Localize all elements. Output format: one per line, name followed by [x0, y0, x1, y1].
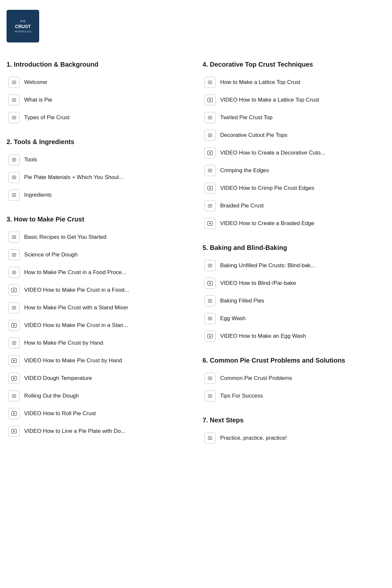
- section-5: 5. Baking and Blind-Baking Baking Unfill…: [203, 244, 385, 345]
- list-item[interactable]: VIDEO How to Make an Egg Wash: [203, 327, 385, 345]
- list-item[interactable]: VIDEO How to Create a Decorative Cuto...: [203, 144, 385, 162]
- lesson-label: Common Pie Crust Problems: [220, 375, 292, 382]
- right-column: 4. Decorative Top Crust Techniques How t…: [203, 61, 385, 459]
- list-item[interactable]: VIDEO How to Make a Lattice Top Crust: [203, 91, 385, 109]
- section-3-title: 3. How to Make Pie Crust: [7, 216, 189, 223]
- list-item[interactable]: Egg Wash: [203, 310, 385, 327]
- lesson-label: How to Make Pie Crust by Hand: [24, 340, 103, 346]
- thumbnail-top-label: PIE: [20, 20, 26, 23]
- list-item[interactable]: How to Make Pie Crust with a Stand Mixer: [7, 299, 189, 317]
- video-icon: [204, 147, 216, 158]
- svg-marker-75: [209, 282, 211, 284]
- course-info: [45, 25, 52, 27]
- course-thumbnail: PIE CRUST MASTERCLASS: [7, 10, 39, 42]
- lesson-label: VIDEO How to Roll Pie Crust: [24, 410, 96, 417]
- section-6-list: Common Pie Crust Problems Tips For Succe…: [203, 369, 385, 405]
- lesson-label: VIDEO How to Make a Lattice Top Crust: [220, 97, 319, 103]
- list-item[interactable]: Science of Pie Dough: [7, 246, 189, 264]
- text-icon: [8, 267, 20, 278]
- video-icon: [204, 94, 216, 106]
- list-item[interactable]: How to Make Pie Crust by Hand: [7, 334, 189, 352]
- section-6-title: 6. Common Pie Crust Problems and Solutio…: [203, 357, 385, 364]
- list-item[interactable]: Rolling Out the Dough: [7, 387, 189, 405]
- lesson-label: VIDEO How to Make Pie Crust in a Stan...: [24, 322, 128, 329]
- text-icon: [204, 77, 216, 88]
- text-icon: [204, 390, 216, 401]
- list-item[interactable]: Braided Pie Crust: [203, 197, 385, 215]
- lesson-label: Practice, practice, practice!: [220, 435, 287, 441]
- list-item[interactable]: Tips For Success: [203, 387, 385, 405]
- section-2-list: Tools Pie Plate Materials + Which You Sh…: [7, 151, 189, 204]
- list-item[interactable]: VIDEO How to Make Pie Crust in a Stan...: [7, 317, 189, 334]
- video-icon: [8, 355, 20, 366]
- list-item[interactable]: Tools: [7, 151, 189, 169]
- list-item[interactable]: Ingredients: [7, 186, 189, 204]
- list-item[interactable]: VIDEO How to Create a Braided Edge: [203, 215, 385, 232]
- list-item[interactable]: VIDEO How to Blind-/Par-bake: [203, 274, 385, 292]
- text-icon: [8, 249, 20, 260]
- list-item[interactable]: How to Make a Lattice Top Crust: [203, 74, 385, 91]
- section-3: 3. How to Make Pie Crust Basic Recipes t…: [7, 216, 189, 440]
- video-icon: [204, 278, 216, 289]
- list-item[interactable]: VIDEO How to Make Pie Crust in a Food...: [7, 281, 189, 299]
- video-icon: [8, 285, 20, 296]
- text-icon: [204, 165, 216, 176]
- svg-marker-33: [13, 324, 15, 326]
- section-5-title: 5. Baking and Blind-Baking: [203, 244, 385, 252]
- video-icon: [204, 331, 216, 342]
- svg-marker-40: [13, 377, 15, 379]
- section-4-title: 4. Decorative Top Crust Techniques: [203, 61, 385, 68]
- lesson-label: How to Make Pie Crust in a Food Proce...: [24, 269, 126, 276]
- text-icon: [8, 189, 20, 201]
- text-icon: [204, 112, 216, 123]
- svg-marker-47: [13, 430, 15, 432]
- list-item[interactable]: VIDEO Dough Temperature: [7, 369, 189, 387]
- list-item[interactable]: Twirled Pie Crust Top: [203, 109, 385, 126]
- list-item[interactable]: Welcome: [7, 74, 189, 91]
- list-item[interactable]: What is Pie: [7, 91, 189, 109]
- section-2-title: 2. Tools & Ingredients: [7, 138, 189, 146]
- svg-marker-70: [209, 222, 211, 224]
- lesson-label: Rolling Out the Dough: [24, 393, 79, 399]
- text-icon: [204, 130, 216, 141]
- lesson-label: Baking Unfilled Pie Crusts: Blind-bak...: [220, 262, 315, 269]
- text-icon: [204, 433, 216, 444]
- list-item[interactable]: VIDEO How to Roll Pie Crust: [7, 405, 189, 422]
- list-item[interactable]: VIDEO How to Line a Pie Plate with Do...: [7, 422, 189, 440]
- text-icon: [8, 154, 20, 165]
- lesson-label: How to Make a Lattice Top Crust: [220, 79, 300, 86]
- lesson-label: Decorative Cutout Pie Tops: [220, 132, 287, 139]
- list-item[interactable]: VIDEO How to Crimp Pie Crust Edges: [203, 179, 385, 197]
- lesson-label: What is Pie: [24, 97, 52, 103]
- list-item[interactable]: Basic Recipes to Get You Started: [7, 228, 189, 246]
- list-item[interactable]: Practice, practice, practice!: [203, 429, 385, 447]
- section-6: 6. Common Pie Crust Problems and Solutio…: [203, 357, 385, 405]
- thumbnail-bottom-label: MASTERCLASS: [14, 30, 31, 33]
- text-icon: [8, 172, 20, 183]
- list-item[interactable]: Types of Pie Crust: [7, 109, 189, 126]
- list-item[interactable]: Baking Unfilled Pie Crusts: Blind-bak...: [203, 257, 385, 274]
- text-icon: [204, 260, 216, 271]
- lesson-label: Tools: [24, 156, 37, 163]
- section-3-list: Basic Recipes to Get You Started Science…: [7, 228, 189, 440]
- section-1-title: 1. Introduction & Background: [7, 61, 189, 68]
- text-icon: [204, 313, 216, 324]
- list-item[interactable]: Crimping the Edges: [203, 162, 385, 179]
- lesson-label: Baking Filled Pies: [220, 298, 264, 304]
- list-item[interactable]: Common Pie Crust Problems: [203, 369, 385, 387]
- lesson-label: Ingredients: [24, 192, 52, 198]
- list-item[interactable]: Baking Filled Pies: [203, 292, 385, 310]
- course-header: PIE CRUST MASTERCLASS: [7, 10, 385, 49]
- svg-marker-83: [209, 335, 211, 337]
- list-item[interactable]: How to Make Pie Crust in a Food Proce...: [7, 264, 189, 281]
- list-item[interactable]: VIDEO How to Make Pie Crust by Hand: [7, 352, 189, 369]
- lesson-label: Egg Wash: [220, 315, 246, 322]
- lesson-label: VIDEO How to Blind-/Par-bake: [220, 280, 296, 286]
- section-7-list: Practice, practice, practice!: [203, 429, 385, 447]
- section-2: 2. Tools & Ingredients Tools Pie Plate M…: [7, 138, 189, 204]
- list-item[interactable]: Pie Plate Materials + Which You Shoul...: [7, 169, 189, 186]
- text-icon: [8, 232, 20, 243]
- list-item[interactable]: Decorative Cutout Pie Tops: [203, 126, 385, 144]
- video-icon: [204, 183, 216, 194]
- svg-marker-60: [209, 152, 211, 154]
